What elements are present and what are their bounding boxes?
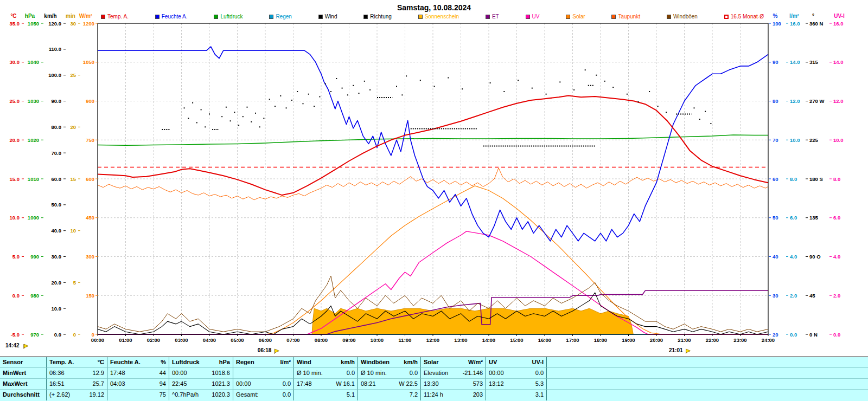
legend-marker bbox=[486, 15, 490, 19]
table-cell: Solar bbox=[421, 357, 457, 368]
axis-tick-label: 1020 bbox=[28, 137, 39, 143]
table-cell: (+ 2.62) bbox=[47, 390, 78, 400]
table-filler bbox=[547, 357, 868, 368]
axis-tick-label: 1010 bbox=[28, 176, 39, 182]
chart-legend: Temp. A.Feuchte A.LuftdruckRegenWindRich… bbox=[101, 14, 764, 20]
x-axis-tick-label: 22:00 bbox=[706, 337, 719, 343]
legend-item: Feuchte A. bbox=[155, 14, 188, 20]
x-axis-tick-label: 17:00 bbox=[566, 337, 579, 343]
day-length-label: 14:42 bbox=[5, 342, 20, 348]
axis-tick-label: 25.0 bbox=[10, 98, 20, 104]
table-cell: 203 bbox=[457, 390, 486, 400]
x-axis-tick-label: 15:00 bbox=[510, 337, 523, 343]
axis-unit-label: l/m² bbox=[789, 13, 799, 19]
axis-unit-label: ° bbox=[812, 13, 814, 19]
axis-tick-label: 40 bbox=[773, 254, 778, 260]
x-axis-tick-label: 11:00 bbox=[399, 337, 412, 343]
table-cell bbox=[267, 368, 294, 379]
weather-chart: 35.030.025.020.015.010.05.00.0-5.0105010… bbox=[0, 0, 868, 357]
axis-tick-label: 10 bbox=[70, 228, 76, 234]
x-axis-tick-label: 00:00 bbox=[91, 337, 104, 343]
x-axis-tick-label: 20:00 bbox=[650, 337, 663, 343]
legend-item: Regen bbox=[269, 14, 291, 20]
sunrise-label: 06:18 bbox=[258, 347, 272, 353]
axis-tick-label: 900 bbox=[86, 98, 94, 104]
table-cell bbox=[233, 368, 267, 379]
axis-tick-label: 120.0 bbox=[48, 21, 61, 27]
axis-tick-label: 360 N bbox=[809, 21, 823, 27]
table-filler bbox=[547, 379, 868, 390]
table-cell: 17:48 bbox=[294, 379, 329, 390]
legend-label: 16.5 Monat-Ø bbox=[731, 14, 764, 20]
table-cell: 17:48 bbox=[107, 368, 144, 379]
legend-marker bbox=[101, 15, 105, 19]
table-cell: % bbox=[144, 357, 169, 368]
axis-tick-label: 90 bbox=[773, 59, 778, 65]
legend-item: Sonnenschein bbox=[418, 14, 459, 20]
table-cell: 11:24 h bbox=[421, 390, 457, 400]
table-cell: Windböen bbox=[358, 357, 393, 368]
axis-tick-label: 600 bbox=[86, 176, 94, 182]
legend-marker bbox=[269, 15, 273, 19]
x-axis-tick-label: 24:00 bbox=[762, 337, 775, 343]
x-axis-tick-label: 16:00 bbox=[538, 337, 551, 343]
axis-tick-label: 70.0 bbox=[52, 150, 62, 156]
axis-tick-label: 1040 bbox=[28, 59, 39, 65]
axis-tick-label: 90 O bbox=[809, 254, 821, 260]
table-cell: ^0.7hPa/h bbox=[169, 390, 205, 400]
axis-right-uvi: 16.014.012.010.08.06.04.02.00.0 bbox=[829, 21, 844, 338]
table-cell: 0.0 bbox=[267, 379, 294, 390]
axis-tick-label: 150 bbox=[86, 293, 94, 299]
x-axis-tick-label: 09:00 bbox=[342, 337, 355, 343]
x-axis-tick-label: 05:00 bbox=[231, 337, 244, 343]
axis-tick-label: 0.0 bbox=[790, 332, 797, 338]
table-filler bbox=[547, 390, 868, 400]
axis-tick-label: 35.0 bbox=[10, 21, 20, 27]
axis-tick-label: 100 bbox=[773, 21, 781, 27]
axis-tick-label: 80.0 bbox=[52, 124, 62, 130]
table-cell: UV-I bbox=[518, 357, 547, 368]
axis-tick-label: 980 bbox=[30, 293, 39, 299]
axis-tick-label: 450 bbox=[86, 215, 94, 221]
x-axis-labels: 00:0001:0002:0003:0004:0005:0006:0007:00… bbox=[91, 334, 775, 343]
table-cell: Regen bbox=[233, 357, 267, 368]
table-cell: Luftdruck bbox=[169, 357, 205, 368]
sunset-label: 21:01 bbox=[669, 347, 683, 353]
axis-tick-label: 225 bbox=[809, 137, 819, 143]
x-axis-tick-label: 04:00 bbox=[203, 337, 216, 343]
table-cell: 5.3 bbox=[518, 379, 547, 390]
axis-unit-label: % bbox=[773, 13, 778, 19]
axis-tick-label: 10.0 bbox=[833, 137, 844, 143]
table-cell: km/h bbox=[393, 357, 421, 368]
table-filler bbox=[547, 368, 868, 379]
axis-tick-label: 90.0 bbox=[52, 98, 62, 104]
axis-tick-label: 12.0 bbox=[833, 98, 844, 104]
axis-tick-label: 2.0 bbox=[833, 293, 840, 299]
axis-tick-label: 10.0 bbox=[790, 137, 800, 143]
axis-tick-label: 60.0 bbox=[52, 176, 62, 182]
legend-label: ET bbox=[492, 14, 499, 20]
table-cell: l/m² bbox=[267, 357, 294, 368]
sun-flag-icon bbox=[686, 349, 691, 353]
axis-left-wm2: 120010509007506004503001500 bbox=[83, 21, 98, 338]
legend-marker bbox=[318, 15, 323, 19]
axis-tick-label: 990 bbox=[30, 254, 39, 260]
axis-unit-label: UV-I bbox=[834, 13, 845, 19]
table-cell: 3.1 bbox=[518, 390, 547, 400]
table-cell: 94 bbox=[144, 379, 169, 390]
table-cell: 13:12 bbox=[486, 379, 518, 390]
grid bbox=[98, 23, 768, 334]
legend-marker bbox=[667, 15, 671, 19]
axis-tick-label: 50.0 bbox=[52, 202, 62, 208]
x-axis-tick-label: 03:00 bbox=[175, 337, 188, 343]
legend-marker bbox=[214, 15, 218, 19]
table-cell: W/m² bbox=[457, 357, 486, 368]
table-cell bbox=[294, 390, 329, 400]
legend-item: UV bbox=[526, 14, 540, 20]
table-cell: °C bbox=[78, 357, 107, 368]
axis-tick-label: 15 bbox=[70, 176, 76, 182]
legend-item: Wind bbox=[318, 14, 337, 20]
axis-tick-label: 4.0 bbox=[790, 254, 797, 260]
x-axis-tick-label: 06:00 bbox=[259, 337, 272, 343]
axis-tick-label: 50 bbox=[773, 215, 778, 221]
